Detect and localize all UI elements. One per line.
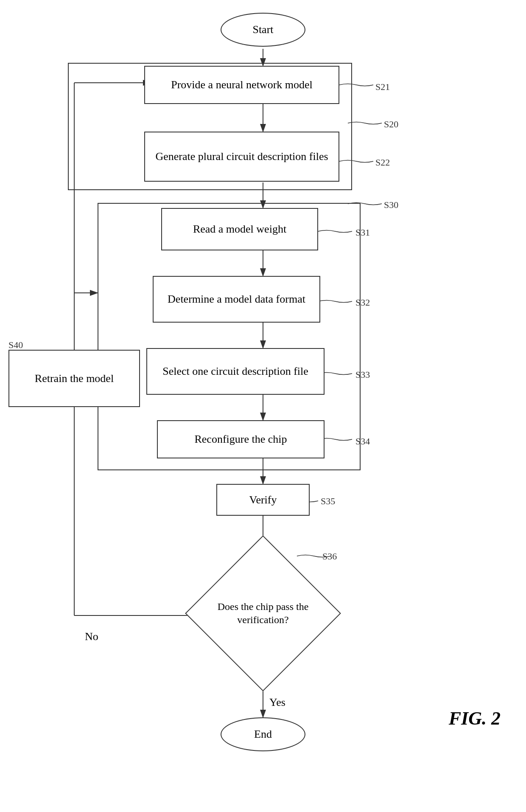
s31-label: Read a model weight [193,223,286,236]
ref-s21: S21 [375,81,390,93]
start-label: Start [252,23,273,36]
ref-s30: S30 [384,199,398,211]
s31-node: Read a model weight [161,208,318,250]
ref-s33: S33 [355,369,370,380]
yes-label: Yes [269,696,285,709]
s33-label: Select one circuit description file [162,365,308,378]
end-node: End [221,717,305,751]
end-label: End [254,728,272,741]
s36-diamond-container: Does the chip pass the verification? [182,543,344,683]
ref-s32: S32 [355,297,370,308]
fig-label: FIG. 2 [449,708,501,729]
s32-node: Determine a model data format [153,276,320,323]
s40-label: Retrain the model [35,372,114,385]
flowchart-diagram: Start Provide a neural network model Gen… [0,0,526,812]
s21-node: Provide a neural network model [144,66,339,104]
s22-node: Generate plural circuit description file… [144,132,339,182]
ref-s22: S22 [375,157,390,168]
s35-label: Verify [249,494,277,506]
ref-s36: S36 [322,551,337,562]
s33-node: Select one circuit description file [146,348,325,395]
s22-label: Generate plural circuit description file… [155,150,328,163]
s36-label: Does the chip pass the verification? [218,601,309,625]
s21-label: Provide a neural network model [171,79,313,91]
ref-s20: S20 [384,119,398,130]
ref-s35: S35 [321,496,335,507]
s34-node: Reconfigure the chip [157,420,325,458]
s35-node: Verify [216,484,310,516]
s36-diamond-text: Does the chip pass the verification? [212,600,314,627]
s40-node: Retrain the model [8,350,140,407]
no-label: No [85,630,98,643]
ref-s31: S31 [355,227,370,238]
start-node: Start [221,13,305,47]
ref-s34: S34 [355,436,370,447]
s32-label: Determine a model data format [168,293,305,306]
s34-label: Reconfigure the chip [194,433,287,446]
ref-s40: S40 [8,340,23,351]
